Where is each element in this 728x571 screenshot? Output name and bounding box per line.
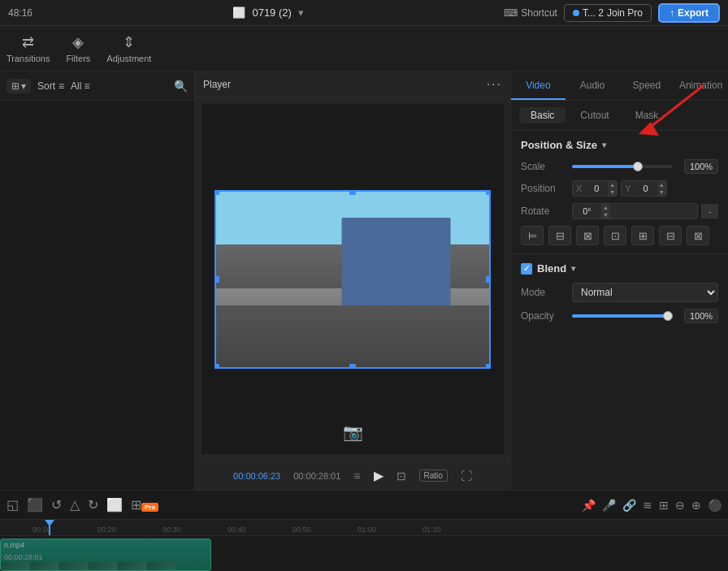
timeline-tool-6[interactable]: ⬜ (106, 497, 123, 513)
rotate-up-arrow[interactable]: ▲ (601, 204, 610, 211)
pos-x-arrows[interactable]: ▲ ▼ (608, 181, 617, 196)
timeline-tool-4[interactable]: △ (70, 497, 80, 513)
export-label: Export (678, 7, 708, 19)
sort-icon: ≡ (58, 80, 64, 92)
blend-arrow-icon: ▾ (571, 264, 575, 273)
toolbar-adjustment[interactable]: ⇕ Adjustment (106, 33, 151, 63)
handle-bottom-left[interactable] (214, 364, 219, 369)
clip-thumb-5 (118, 562, 147, 571)
video-frame (214, 190, 491, 369)
join-pro-button[interactable]: T... 2 Join Pro (564, 4, 652, 22)
tab-speed-label: Speed (633, 80, 661, 91)
position-size-section: Position & Size ▾ Scale 100% Position X (511, 131, 728, 254)
opacity-value-input[interactable]: 100% (684, 309, 718, 323)
align-center-h-button[interactable]: ⊟ (548, 226, 571, 245)
handle-bottom-right[interactable] (486, 364, 491, 369)
sub-tab-cutout[interactable]: Cutout (569, 107, 620, 123)
align-buttons: ⊨ ⊟ ⊠ ⊡ ⊞ ⊟ ⊠ (521, 226, 718, 245)
pos-y-label: Y (622, 182, 634, 195)
sub-tab-mask[interactable]: Mask (624, 107, 670, 123)
pro-badge: Pro (141, 503, 158, 512)
timeline-bars-icon[interactable]: ≡ (353, 469, 360, 482)
sort-label: Sort (37, 80, 55, 92)
sub-tabs: Basic Cutout Mask (511, 101, 728, 131)
rotate-reset-button[interactable]: - (701, 204, 718, 218)
tab-audio[interactable]: Audio (566, 71, 620, 100)
timeline-tool-5[interactable]: ↻ (88, 497, 98, 513)
timeline-mic-icon[interactable]: 🎤 (602, 499, 616, 512)
blend-mode-select[interactable]: Normal Multiply Screen Overlay (572, 283, 718, 302)
scale-value-input[interactable]: 100% (684, 159, 718, 174)
handle-middle-left[interactable] (214, 276, 219, 283)
timeline-tool-1[interactable]: ◱ (6, 497, 19, 513)
timeline-link-icon[interactable]: 🔗 (622, 499, 636, 512)
filter-icon: ≡ (84, 80, 89, 92)
pos-x-down-arrow[interactable]: ▼ (608, 188, 617, 196)
toolbar-transitions[interactable]: ⇄ Transitions (6, 33, 50, 63)
scale-thumb[interactable] (633, 162, 643, 171)
align-bottom-button[interactable]: ⊟ (659, 226, 682, 245)
handle-top-right[interactable] (486, 190, 491, 195)
align-left-button[interactable]: ⊨ (521, 226, 544, 245)
handle-bottom-middle[interactable] (349, 364, 356, 369)
timeline-tool-3[interactable]: ↺ (51, 497, 62, 513)
align-right-button[interactable]: ⊠ (576, 226, 599, 245)
timeline-zoom-out-icon[interactable]: ⊖ (675, 499, 685, 512)
rotate-arrows[interactable]: ▲ ▼ (601, 204, 610, 218)
tab-animation[interactable]: Animation (674, 71, 728, 100)
opacity-thumb[interactable] (663, 311, 673, 321)
pos-x-up-arrow[interactable]: ▲ (608, 181, 617, 188)
align-extra-button[interactable]: ⊠ (687, 226, 709, 245)
all-filter-button[interactable]: All ≡ (71, 80, 89, 92)
pos-y-up-arrow[interactable]: ▲ (657, 181, 666, 188)
opacity-slider[interactable] (572, 314, 673, 318)
toolbar-filters[interactable]: ◈ Filters (66, 33, 90, 63)
window-icon: ⬜ (232, 6, 245, 19)
tab-animation-label: Animation (679, 80, 722, 91)
pos-y-arrows[interactable]: ▲ ▼ (657, 181, 666, 196)
blend-checkbox[interactable]: ✓ (521, 263, 532, 275)
sort-button[interactable]: Sort ≡ (37, 80, 64, 92)
timeline-zoom-in-icon[interactable]: ⊕ (691, 499, 701, 512)
align-center-v-button[interactable]: ⊞ (631, 226, 654, 245)
user-label: T... 2 (583, 7, 604, 19)
pos-x-input[interactable] (585, 184, 608, 193)
ratio-button[interactable]: Ratio (419, 469, 448, 482)
scale-slider[interactable] (572, 165, 673, 168)
playhead[interactable] (49, 520, 50, 535)
timeline-split-icon[interactable]: ⊞ (659, 499, 669, 512)
sub-tab-basic[interactable]: Basic (519, 107, 566, 123)
right-panel-tabs: Video Audio Speed Animation (511, 71, 728, 101)
rotate-down-arrow[interactable]: ▼ (601, 211, 610, 218)
grid-selector[interactable]: ⊞ ▾ (6, 79, 31, 93)
fullscreen-button[interactable]: ⛶ (461, 469, 472, 482)
timeline-tool-2[interactable]: ⬛ (27, 497, 43, 513)
rotate-input[interactable] (573, 205, 601, 218)
handle-top-middle[interactable] (349, 190, 356, 195)
pos-y-input[interactable] (635, 184, 657, 193)
timeline-track-icon[interactable]: ≋ (643, 499, 652, 512)
ruler-tick-5: 00:50 (292, 526, 311, 534)
handle-middle-right[interactable] (486, 276, 491, 283)
shortcut-button[interactable]: ⌨ Shortcut (504, 7, 557, 19)
search-button[interactable]: 🔍 (174, 80, 188, 93)
transitions-label: Transitions (6, 54, 50, 63)
export-button[interactable]: ↑ Export (658, 3, 720, 23)
timeline-settings-icon[interactable]: ⚫ (708, 499, 722, 512)
tab-video[interactable]: Video (511, 71, 566, 100)
media-grid (0, 101, 194, 490)
handle-top-left[interactable] (214, 190, 219, 195)
pos-y-group: Y ▲ ▼ (621, 180, 666, 197)
all-label: All (71, 80, 81, 92)
player-menu-button[interactable]: ··· (487, 77, 502, 92)
timeline-tool-pro[interactable]: ⊞Pro (131, 497, 158, 513)
total-time: 00:00:28:01 (293, 471, 340, 481)
left-panel: ⊞ ▾ Sort ≡ All ≡ 🔍 (0, 71, 195, 490)
timeline-pin-icon[interactable]: 📌 (582, 499, 596, 512)
tab-speed[interactable]: Speed (620, 71, 674, 100)
pos-y-down-arrow[interactable]: ▼ (657, 188, 666, 196)
fit-button[interactable]: ⊡ (396, 469, 406, 482)
video-clip[interactable]: n.mp4 00:00:28:01 (0, 539, 211, 571)
align-top-button[interactable]: ⊡ (604, 226, 626, 245)
play-button[interactable]: ▶ (374, 468, 384, 483)
